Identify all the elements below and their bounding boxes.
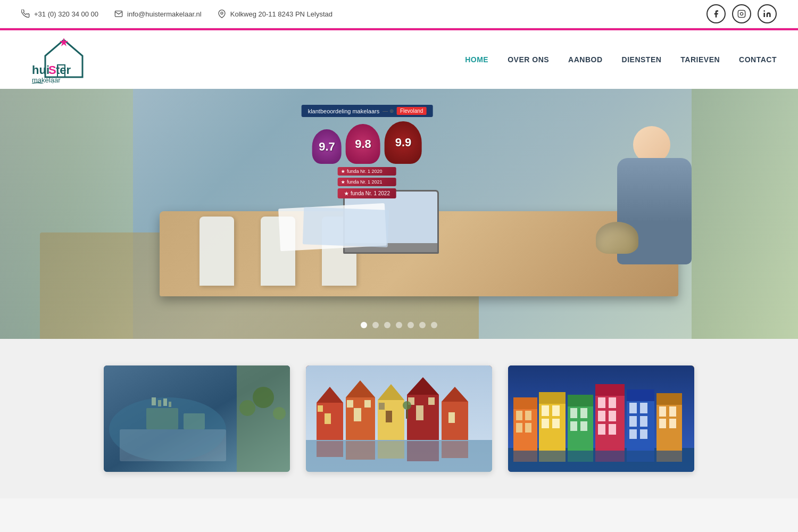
- awards-overlay: klantbeoordeling makelaars — ⊕ Flevoland…: [302, 105, 433, 198]
- svg-rect-27: [325, 413, 331, 424]
- svg-rect-76: [609, 397, 616, 408]
- svg-rect-63: [542, 405, 549, 416]
- card-aerial-image: [104, 365, 290, 472]
- slider-dot-6[interactable]: [419, 322, 426, 328]
- nav-link-tarieven[interactable]: TARIEVEN: [680, 55, 720, 64]
- slider-dot-3[interactable]: [384, 322, 390, 328]
- address-contact: Kolkweg 20-11 8243 PN Lelystad: [218, 10, 332, 18]
- nav-link-home[interactable]: HOME: [465, 55, 488, 64]
- svg-text:hui: hui: [32, 63, 49, 77]
- svg-rect-75: [598, 397, 605, 408]
- svg-rect-95: [513, 448, 537, 462]
- facebook-icon[interactable]: [706, 4, 726, 23]
- slider-dot-5[interactable]: [408, 322, 414, 328]
- svg-point-22: [273, 407, 286, 420]
- phone-text: +31 (0) 320 34 00 00: [34, 10, 98, 18]
- svg-rect-64: [552, 405, 560, 416]
- card-colorful[interactable]: [508, 365, 694, 472]
- svg-rect-15: [152, 397, 156, 405]
- email-contact: info@huistermakelaar.nl: [114, 10, 202, 18]
- svg-rect-18: [169, 402, 171, 407]
- logo[interactable]: hui S ter makelaar: [21, 36, 106, 84]
- phone-icon: [21, 10, 30, 18]
- nav-item-contact[interactable]: CONTACT: [739, 55, 777, 64]
- logo-svg: hui S ter makelaar: [21, 36, 106, 84]
- svg-rect-77: [598, 411, 605, 421]
- svg-rect-36: [386, 411, 392, 422]
- award-medal-2: 9.8: [346, 124, 380, 164]
- svg-rect-94: [669, 419, 676, 428]
- svg-rect-57: [516, 411, 522, 420]
- slider-dot-1[interactable]: [361, 322, 367, 328]
- nav-item-tarieven[interactable]: TARIEVEN: [680, 55, 720, 64]
- svg-rect-13: [146, 408, 178, 429]
- card-aerial-svg: [104, 365, 290, 472]
- svg-rect-69: [570, 408, 577, 418]
- svg-rect-80: [609, 424, 616, 435]
- svg-point-20: [239, 400, 255, 416]
- linkedin-svg: [763, 10, 771, 18]
- linkedin-icon[interactable]: [758, 4, 777, 23]
- svg-rect-66: [552, 419, 560, 428]
- nav-item-diensten[interactable]: DIENSTEN: [622, 55, 662, 64]
- svg-text:ter: ter: [56, 63, 71, 77]
- nav-item-home[interactable]: HOME: [465, 55, 488, 64]
- svg-rect-86: [640, 416, 647, 427]
- funda-badges: ★ funda Nr. 1 2020 ★ funda Nr. 1 2021 ★ …: [338, 167, 396, 198]
- top-bar: +31 (0) 320 34 00 00 info@huistermakelaa…: [0, 0, 798, 28]
- phone-contact: +31 (0) 320 34 00 00: [21, 10, 98, 18]
- svg-rect-33: [364, 400, 371, 408]
- funda-badge-2022: ★ funda Nr. 1 2022: [338, 188, 396, 198]
- slider-dot-4[interactable]: [396, 322, 402, 328]
- svg-rect-92: [669, 406, 676, 417]
- hero-chair-1: [200, 217, 234, 286]
- svg-rect-16: [158, 400, 161, 406]
- slider-dot-7[interactable]: [431, 322, 437, 328]
- hero-window-right: [692, 89, 798, 339]
- nav-link-contact[interactable]: CONTACT: [739, 55, 777, 64]
- svg-rect-82: [627, 389, 654, 401]
- svg-rect-58: [525, 411, 531, 420]
- main-nav: HOME OVER ONS AANBOD DIENSTEN TARIEVEN C…: [465, 55, 777, 64]
- svg-rect-37: [379, 403, 385, 410]
- location-icon: [218, 10, 226, 18]
- navigation-bar: hui S ter makelaar HOME OVER ONS AANBOD …: [0, 30, 798, 89]
- nav-link-over-ons[interactable]: OVER ONS: [508, 55, 549, 64]
- email-icon: [114, 10, 123, 18]
- svg-rect-45: [448, 412, 455, 423]
- svg-rect-48: [317, 441, 343, 457]
- svg-rect-62: [539, 392, 566, 404]
- svg-rect-49: [346, 441, 375, 460]
- nav-item-aanbod[interactable]: AANBOD: [568, 55, 602, 64]
- svg-rect-100: [656, 448, 682, 462]
- svg-rect-87: [629, 429, 637, 439]
- svg-rect-47: [406, 410, 408, 419]
- svg-point-46: [403, 401, 411, 410]
- nav-link-aanbod[interactable]: AANBOD: [568, 55, 602, 64]
- awards-title: klantbeoordeling makelaars — ⊕ Flevoland: [302, 105, 433, 117]
- svg-rect-50: [378, 441, 404, 459]
- svg-rect-93: [659, 419, 666, 428]
- svg-rect-65: [542, 419, 549, 428]
- slider-dot-2[interactable]: [372, 322, 379, 328]
- email-text: info@huistermakelaar.nl: [127, 10, 202, 18]
- card-houses[interactable]: [306, 365, 492, 472]
- svg-rect-17: [163, 398, 167, 406]
- svg-rect-79: [598, 424, 605, 435]
- svg-rect-98: [595, 448, 625, 462]
- instagram-svg: [737, 10, 746, 18]
- nav-item-over-ons[interactable]: OVER ONS: [508, 55, 549, 64]
- svg-rect-97: [568, 448, 593, 462]
- instagram-icon[interactable]: [732, 4, 751, 23]
- award-score-1: 9.7: [319, 141, 335, 153]
- award-medal-3: 9.9: [385, 121, 422, 164]
- card-aerial[interactable]: [104, 365, 290, 472]
- card-colorful-svg: [508, 365, 694, 472]
- nav-link-diensten[interactable]: DIENSTEN: [622, 55, 662, 64]
- svg-rect-42: [428, 397, 435, 405]
- svg-rect-99: [627, 448, 654, 462]
- svg-rect-88: [640, 429, 647, 439]
- card-houses-svg: [306, 365, 492, 472]
- funda-badge-2020: ★ funda Nr. 1 2020: [338, 167, 396, 176]
- svg-point-21: [253, 387, 274, 408]
